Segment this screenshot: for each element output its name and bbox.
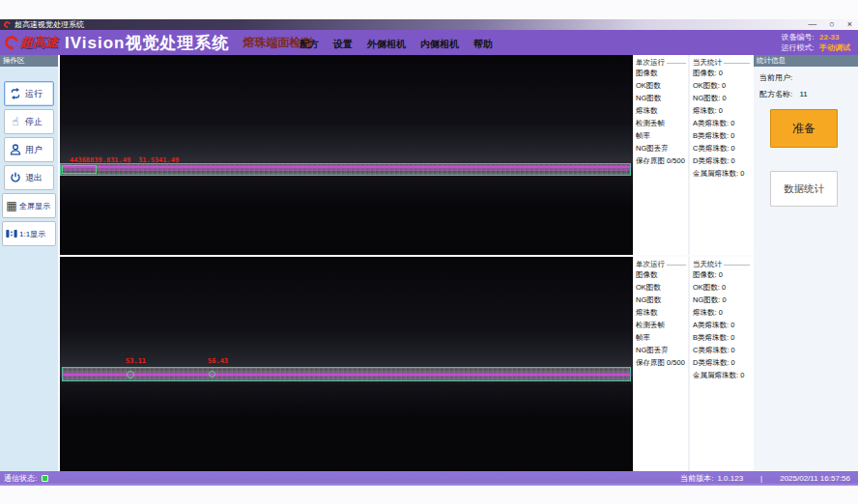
menu-item[interactable]: 设置 (333, 38, 353, 51)
status-separator: | (760, 474, 762, 483)
menu-item[interactable]: 帮助 (473, 38, 493, 51)
close-button[interactable]: × (847, 19, 852, 30)
legend-line (724, 265, 750, 266)
power-icon (9, 171, 22, 184)
menu-item[interactable]: 外侧相机 (367, 38, 406, 51)
prepare-button[interactable]: 准备 (770, 109, 838, 148)
stat-row: 熔珠数 (633, 104, 688, 117)
brand-logo-icon (2, 33, 20, 51)
stat-row: NG图丢弃 (633, 142, 688, 154)
one-to-one-icon (5, 227, 18, 240)
device-no-label: 设备编号: (782, 33, 815, 42)
user-button[interactable]: 用户 (4, 137, 54, 162)
stat-row: B类熔珠数: 0 (690, 129, 752, 142)
header-info: 设备编号: 22-33 运行模式: 手动调试 (782, 32, 850, 53)
status-bar: 通信状态: 当前版本: 1.0.123 | 2025/02/11 16:57:5… (0, 471, 858, 486)
fullscreen-button[interactable]: ▦ 全屏显示 (2, 193, 56, 218)
comm-status-indicator (42, 475, 48, 482)
operation-sidebar: 操作区 运行 ☝ 停止 用户 退出 (0, 55, 58, 471)
measure-line (63, 374, 630, 376)
run-button-label: 运行 (25, 88, 43, 100)
current-user-label: 当前用户: (759, 73, 792, 82)
stat-row: C类熔珠数: 0 (690, 142, 752, 154)
stat-row: NG图数 (633, 294, 688, 306)
single-run-panel: 单次运行 图像数OK图数NG图数熔珠数检测丢帧帧率NG图丢弃保存原图 0/500 (633, 257, 690, 471)
stop-hand-icon: ☝ (9, 115, 22, 128)
stat-row: 检测丢帧 (633, 319, 688, 331)
daily-stats-title: 当天统计 (693, 260, 722, 269)
stat-row: 图像数 (633, 67, 688, 79)
version-label: 当前版本: (680, 473, 713, 484)
camera-view-inner[interactable]: 53.11 56.43 (60, 257, 633, 471)
user-button-label: 用户 (25, 144, 43, 156)
stat-row: NG图数: 0 (690, 294, 752, 306)
app-header: 超高速 IVision视觉处理系统 熔珠端面检测 配方设置外侧相机内侧相机帮助 … (0, 30, 858, 55)
measure-line-secondary (61, 170, 630, 171)
stats-section-outer: 单次运行 图像数OK图数NG图数熔珠数检测丢帧帧率NG图丢弃保存原图 0/500… (633, 55, 754, 255)
exit-button[interactable]: 退出 (4, 165, 54, 190)
menu-item[interactable]: 内侧相机 (420, 38, 459, 51)
stats-section-inner: 单次运行 图像数OK图数NG图数熔珠数检测丢帧帧率NG图丢弃保存原图 0/500… (633, 257, 754, 471)
stat-row: OK图数: 0 (690, 281, 752, 294)
datetime-value: 2025/02/11 16:57:56 (780, 474, 850, 483)
overlay-measurement: 31.5341.49 (138, 156, 179, 164)
stat-row: 检测丢帧 (633, 117, 688, 129)
info-panel: 统计信息 当前用户: 配方名称: 11 准备 数据统计 (754, 55, 858, 471)
defect-label: 53.11 (126, 357, 146, 365)
menu-item[interactable]: 配方 (300, 38, 319, 51)
brand-logo-text: 超高速 (20, 34, 58, 51)
minimize-button[interactable]: — (808, 19, 816, 30)
single-run-title: 单次运行 (636, 58, 665, 68)
stat-row: 金属屑熔珠数: 0 (690, 369, 752, 381)
recipe-name-label: 配方名称: (759, 90, 792, 98)
run-mode-value: 手动调试 (819, 43, 850, 52)
run-mode-label: 运行模式: (782, 43, 815, 52)
stat-row: D类熔珠数: 0 (690, 154, 752, 167)
legend-line (667, 63, 686, 64)
run-button[interactable]: 运行 (4, 81, 54, 106)
weld-seam-strip (60, 163, 631, 176)
comm-status-label: 通信状态: (4, 473, 37, 484)
legend-line (667, 265, 686, 266)
fullscreen-button-label: 全屏显示 (19, 201, 50, 211)
defect-circle (127, 371, 134, 378)
daily-stats-panel: 当天统计 图像数: 0OK图数: 0NG图数: 0熔珠数: 0A类熔珠数: 0B… (690, 257, 752, 471)
one-to-one-button[interactable]: 1:1显示 (2, 221, 56, 246)
screen: 超高速视觉处理系统 — ○ × 超高速 IVision视觉处理系统 熔珠端面检测… (0, 0, 858, 504)
stat-row: 熔珠数: 0 (690, 104, 752, 117)
menu-bar: 配方设置外侧相机内侧相机帮助 (300, 38, 493, 51)
stat-row: A类熔珠数: 0 (690, 117, 752, 129)
legend-line (724, 63, 750, 64)
stat-row: 帧率 (633, 331, 688, 344)
measure-line-secondary (63, 378, 630, 378)
stat-row: OK图数: 0 (690, 79, 752, 92)
defect-circle (209, 371, 215, 378)
camera-view-outer[interactable]: 44368839.831.49 31.5341.49 (60, 55, 633, 255)
single-run-panel: 单次运行 图像数OK图数NG图数熔珠数检测丢帧帧率NG图丢弃保存原图 0/500 (633, 55, 690, 255)
stat-row: 熔珠数 (633, 306, 688, 319)
measure-line (61, 166, 630, 168)
stat-row: A类熔珠数: 0 (690, 319, 752, 331)
weld-seam-strip (62, 367, 631, 381)
data-stats-button[interactable]: 数据统计 (770, 171, 838, 207)
stop-button-label: 停止 (25, 116, 43, 128)
stat-row: C类熔珠数: 0 (690, 344, 752, 356)
one-to-one-button-label: 1:1显示 (19, 229, 45, 239)
stat-row: OK图数 (633, 79, 688, 92)
sidebar-title: 操作区 (0, 55, 58, 67)
maximize-button[interactable]: ○ (829, 19, 834, 30)
stat-row: 图像数: 0 (690, 268, 752, 281)
stat-row: 图像数: 0 (690, 67, 752, 79)
recipe-name-value: 11 (799, 90, 807, 98)
info-panel-title: 统计信息 (754, 55, 858, 67)
stat-row: NG图数 (633, 92, 688, 104)
stat-row: 保存原图 0/500 (633, 356, 688, 369)
stat-row: 图像数 (633, 268, 688, 281)
app-logo-icon (3, 20, 13, 30)
single-run-title: 单次运行 (636, 260, 665, 269)
stat-row: NG图数: 0 (690, 92, 752, 104)
stop-button[interactable]: ☝ 停止 (4, 109, 54, 134)
stat-row: 金属屑熔珠数: 0 (690, 167, 752, 180)
stat-row: NG图丢弃 (633, 344, 688, 356)
app-title: IVision视觉处理系统 (65, 32, 229, 54)
